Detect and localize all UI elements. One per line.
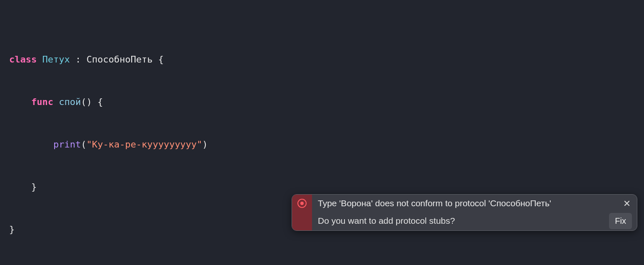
call-name: print: [53, 139, 81, 150]
func-name: спой: [59, 97, 81, 107]
diagnostic-popup: Type 'Ворона' does not conform to protoc…: [292, 194, 637, 231]
code-line[interactable]: func спой() {: [9, 95, 644, 109]
keyword-func: func: [31, 97, 53, 107]
diagnostic-message: Type 'Ворона' does not conform to protoc…: [318, 196, 618, 210]
error-icon: [297, 199, 307, 208]
close-icon: [624, 200, 630, 206]
diagnostic-subtext: Do you want to add protocol stubs?: [318, 214, 609, 228]
close-button[interactable]: [622, 198, 632, 208]
code-line[interactable]: class Петух : СпособноПеть {: [9, 52, 644, 67]
keyword-class: class: [9, 54, 37, 65]
code-line[interactable]: print("Ку-ка-ре-кууууууууу"): [9, 138, 644, 152]
protocol-name: СпособноПеть: [86, 54, 152, 65]
string-literal: "Ку-ка-ре-кууууууууу": [86, 139, 202, 150]
code-line[interactable]: }: [9, 180, 644, 194]
type-name: Петух: [42, 54, 70, 65]
diagnostic-gutter: [292, 195, 312, 230]
diagnostic-body: Type 'Ворона' does not conform to protoc…: [312, 195, 637, 230]
fix-button[interactable]: Fix: [609, 213, 632, 229]
